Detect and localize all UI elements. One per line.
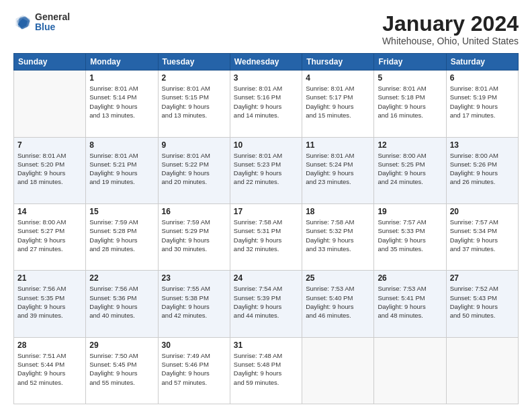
calendar-cell: 18Sunrise: 7:58 AMSunset: 5:32 PMDayligh… (302, 203, 374, 270)
day-number: 25 (306, 273, 370, 283)
calendar-cell: 10Sunrise: 8:01 AMSunset: 5:23 PMDayligh… (230, 137, 302, 203)
calendar-cell: 5Sunrise: 8:01 AMSunset: 5:18 PMDaylight… (374, 71, 446, 137)
calendar-row-2: 14Sunrise: 8:00 AMSunset: 5:27 PMDayligh… (14, 203, 519, 270)
day-number: 23 (162, 273, 226, 283)
calendar-row-1: 7Sunrise: 8:01 AMSunset: 5:20 PMDaylight… (14, 137, 519, 203)
day-number: 11 (306, 140, 370, 150)
day-number: 10 (234, 140, 298, 150)
title-block: January 2024 Whitehouse, Ohio, United St… (382, 12, 519, 46)
day-number: 5 (378, 73, 442, 83)
col-wednesday: Wednesday (230, 54, 302, 71)
day-number: 31 (234, 340, 298, 350)
calendar-cell: 6Sunrise: 8:01 AMSunset: 5:19 PMDaylight… (446, 71, 518, 137)
day-info: Sunrise: 7:55 AMSunset: 5:38 PMDaylight:… (162, 284, 226, 320)
day-info: Sunrise: 7:59 AMSunset: 5:28 PMDaylight:… (89, 218, 154, 253)
day-number: 9 (162, 140, 226, 150)
calendar-row-3: 21Sunrise: 7:56 AMSunset: 5:35 PMDayligh… (14, 271, 519, 337)
col-saturday: Saturday (446, 54, 518, 71)
day-number: 22 (89, 273, 154, 283)
calendar-cell: 13Sunrise: 8:00 AMSunset: 5:26 PMDayligh… (446, 137, 518, 203)
day-info: Sunrise: 7:56 AMSunset: 5:36 PMDaylight:… (89, 284, 154, 320)
calendar-cell: 22Sunrise: 7:56 AMSunset: 5:36 PMDayligh… (86, 271, 158, 337)
calendar-cell: 4Sunrise: 8:01 AMSunset: 5:17 PMDaylight… (302, 71, 374, 137)
day-info: Sunrise: 8:00 AMSunset: 5:27 PMDaylight:… (17, 218, 82, 253)
logo: General Blue (13, 12, 70, 33)
logo-text: General Blue (35, 12, 70, 33)
day-number: 4 (306, 73, 370, 83)
calendar-cell: 17Sunrise: 7:58 AMSunset: 5:31 PMDayligh… (230, 203, 302, 270)
calendar-cell: 24Sunrise: 7:54 AMSunset: 5:39 PMDayligh… (230, 271, 302, 337)
calendar-cell: 20Sunrise: 7:57 AMSunset: 5:34 PMDayligh… (446, 203, 518, 270)
calendar-cell: 29Sunrise: 7:50 AMSunset: 5:45 PMDayligh… (86, 337, 158, 404)
calendar-cell: 9Sunrise: 8:01 AMSunset: 5:22 PMDaylight… (158, 137, 230, 203)
calendar-cell (14, 71, 86, 137)
day-info: Sunrise: 7:59 AMSunset: 5:29 PMDaylight:… (162, 218, 226, 253)
day-number: 18 (306, 207, 370, 216)
day-info: Sunrise: 8:01 AMSunset: 5:18 PMDaylight:… (378, 84, 442, 120)
day-number: 13 (450, 140, 515, 150)
calendar-cell: 27Sunrise: 7:52 AMSunset: 5:43 PMDayligh… (446, 271, 518, 337)
day-info: Sunrise: 7:50 AMSunset: 5:45 PMDaylight:… (89, 351, 154, 387)
logo-blue-text: Blue (35, 22, 70, 32)
day-number: 2 (162, 73, 226, 83)
col-sunday: Sunday (14, 54, 86, 71)
day-info: Sunrise: 7:51 AMSunset: 5:44 PMDaylight:… (17, 351, 82, 387)
day-info: Sunrise: 7:57 AMSunset: 5:33 PMDaylight:… (378, 218, 442, 253)
calendar-cell (446, 337, 518, 404)
calendar-cell: 8Sunrise: 8:01 AMSunset: 5:21 PMDaylight… (86, 137, 158, 203)
calendar-cell: 23Sunrise: 7:55 AMSunset: 5:38 PMDayligh… (158, 271, 230, 337)
calendar-cell: 28Sunrise: 7:51 AMSunset: 5:44 PMDayligh… (14, 337, 86, 404)
calendar-cell: 26Sunrise: 7:53 AMSunset: 5:41 PMDayligh… (374, 271, 446, 337)
day-number: 15 (89, 207, 154, 216)
day-number: 30 (162, 340, 226, 350)
calendar-cell: 11Sunrise: 8:01 AMSunset: 5:24 PMDayligh… (302, 137, 374, 203)
day-number: 3 (234, 73, 298, 83)
day-info: Sunrise: 7:54 AMSunset: 5:39 PMDaylight:… (234, 284, 298, 320)
day-info: Sunrise: 8:01 AMSunset: 5:23 PMDaylight:… (234, 151, 298, 187)
calendar-cell: 2Sunrise: 8:01 AMSunset: 5:15 PMDaylight… (158, 71, 230, 137)
header: General Blue January 2024 Whitehouse, Oh… (13, 12, 519, 46)
month-title: January 2024 (382, 12, 519, 36)
day-info: Sunrise: 8:01 AMSunset: 5:15 PMDaylight:… (162, 84, 226, 120)
day-info: Sunrise: 8:01 AMSunset: 5:21 PMDaylight:… (89, 151, 154, 187)
day-info: Sunrise: 7:53 AMSunset: 5:41 PMDaylight:… (378, 284, 442, 320)
day-number: 14 (17, 207, 82, 216)
day-info: Sunrise: 8:01 AMSunset: 5:17 PMDaylight:… (306, 84, 370, 120)
day-info: Sunrise: 8:01 AMSunset: 5:19 PMDaylight:… (450, 84, 515, 120)
calendar-cell (374, 337, 446, 404)
day-info: Sunrise: 7:53 AMSunset: 5:40 PMDaylight:… (306, 284, 370, 320)
day-info: Sunrise: 7:56 AMSunset: 5:35 PMDaylight:… (17, 284, 82, 320)
col-tuesday: Tuesday (158, 54, 230, 71)
calendar-row-0: 1Sunrise: 8:01 AMSunset: 5:14 PMDaylight… (14, 71, 519, 137)
col-monday: Monday (86, 54, 158, 71)
day-info: Sunrise: 7:58 AMSunset: 5:31 PMDaylight:… (234, 218, 298, 253)
calendar-cell (302, 337, 374, 404)
logo-icon (13, 13, 32, 32)
day-info: Sunrise: 8:01 AMSunset: 5:22 PMDaylight:… (162, 151, 226, 187)
day-number: 12 (378, 140, 442, 150)
day-number: 20 (450, 207, 515, 216)
day-info: Sunrise: 8:01 AMSunset: 5:14 PMDaylight:… (89, 84, 154, 120)
day-number: 7 (17, 140, 82, 150)
day-number: 16 (162, 207, 226, 216)
calendar-header-row: Sunday Monday Tuesday Wednesday Thursday… (14, 54, 519, 71)
day-info: Sunrise: 8:00 AMSunset: 5:25 PMDaylight:… (378, 151, 442, 187)
calendar-cell: 30Sunrise: 7:49 AMSunset: 5:46 PMDayligh… (158, 337, 230, 404)
day-info: Sunrise: 8:01 AMSunset: 5:16 PMDaylight:… (234, 84, 298, 120)
day-number: 6 (450, 73, 515, 83)
calendar-cell: 31Sunrise: 7:48 AMSunset: 5:48 PMDayligh… (230, 337, 302, 404)
day-info: Sunrise: 8:01 AMSunset: 5:24 PMDaylight:… (306, 151, 370, 187)
calendar-row-4: 28Sunrise: 7:51 AMSunset: 5:44 PMDayligh… (14, 337, 519, 404)
calendar-cell: 15Sunrise: 7:59 AMSunset: 5:28 PMDayligh… (86, 203, 158, 270)
day-info: Sunrise: 7:48 AMSunset: 5:48 PMDaylight:… (234, 351, 298, 387)
day-number: 17 (234, 207, 298, 216)
day-number: 1 (89, 73, 154, 83)
page: General Blue January 2024 Whitehouse, Oh… (0, 0, 532, 411)
calendar-cell: 14Sunrise: 8:00 AMSunset: 5:27 PMDayligh… (14, 203, 86, 270)
day-info: Sunrise: 7:52 AMSunset: 5:43 PMDaylight:… (450, 284, 515, 320)
col-friday: Friday (374, 54, 446, 71)
day-info: Sunrise: 7:58 AMSunset: 5:32 PMDaylight:… (306, 218, 370, 253)
calendar-table: Sunday Monday Tuesday Wednesday Thursday… (13, 53, 519, 404)
day-number: 8 (89, 140, 154, 150)
col-thursday: Thursday (302, 54, 374, 71)
